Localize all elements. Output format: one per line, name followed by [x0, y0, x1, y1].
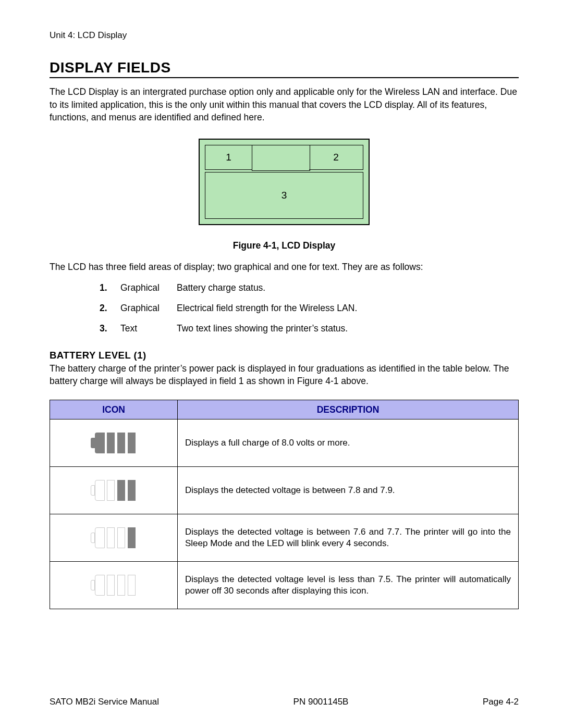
- field-desc: Electrical field strength for the Wirele…: [177, 303, 519, 314]
- th-desc: DESCRIPTION: [178, 400, 519, 419]
- field-num: 1.: [100, 282, 120, 293]
- footer-pn: PN 9001145B: [159, 697, 483, 707]
- fields-intro: The LCD has three field areas of display…: [50, 261, 519, 274]
- field-list: 1. Graphical Battery charge status. 2. G…: [100, 282, 519, 334]
- battery-section-title: BATTERY LEVEL (1): [50, 350, 519, 361]
- lcd-diagram-wrap: 1 2 3: [50, 139, 519, 228]
- field-desc: Two text lines showing the printer’s sta…: [177, 323, 519, 334]
- field-num: 3.: [100, 323, 120, 334]
- table-row: Displays the detected voltage level is l…: [50, 562, 519, 609]
- desc-cell: Displays a full charge of 8.0 volts or m…: [178, 419, 519, 467]
- desc-cell: Displays the detected voltage is between…: [178, 514, 519, 562]
- battery-1of3-icon: [91, 527, 137, 548]
- lcd-diagram: 1 2 3: [199, 139, 370, 225]
- page-footer: SATO MB2i Service Manual PN 9001145B Pag…: [50, 697, 519, 707]
- footer-page: Page 4-2: [483, 697, 519, 707]
- lcd-cell-mid: [252, 145, 310, 171]
- field-kind: Text: [120, 323, 177, 334]
- section-title: DISPLAY FIELDS: [50, 59, 519, 78]
- table-row: Displays the detected voltage is between…: [50, 467, 519, 514]
- battery-table: ICON DESCRIPTION Displays a full charge …: [50, 400, 519, 609]
- table-row: Displays a full charge of 8.0 volts or m…: [50, 419, 519, 467]
- battery-empty-icon: [91, 575, 137, 596]
- field-row-1: 1. Graphical Battery charge status.: [100, 282, 519, 293]
- footer-manual: SATO MB2i Service Manual: [50, 697, 159, 707]
- unit-header: Unit 4: LCD Display: [50, 30, 519, 41]
- desc-cell: Displays the detected voltage is between…: [178, 467, 519, 514]
- field-num: 2.: [100, 303, 120, 314]
- icon-cell: [50, 419, 178, 467]
- desc-cell: Displays the detected voltage level is l…: [178, 562, 519, 609]
- table-row: Displays the detected voltage is between…: [50, 514, 519, 562]
- field-desc: Battery charge status.: [177, 282, 519, 293]
- field-row-3: 3. Text Two text lines showing the print…: [100, 323, 519, 334]
- page: Unit 4: LCD Display DISPLAY FIELDS The L…: [0, 0, 563, 728]
- icon-cell: [50, 514, 178, 562]
- field-kind: Graphical: [120, 303, 177, 314]
- th-icon: ICON: [50, 400, 178, 419]
- battery-full-icon: [91, 433, 137, 453]
- icon-cell: [50, 467, 178, 514]
- icon-cell: [50, 562, 178, 609]
- field-row-2: 2. Graphical Electrical field strength f…: [100, 303, 519, 314]
- lcd-cell-3: 3: [205, 172, 363, 219]
- lcd-cell-1: 1: [205, 145, 252, 170]
- battery-intro: The battery charge of the printer’s powe…: [50, 362, 519, 387]
- figure-caption: Figure 4-1, LCD Display: [50, 240, 519, 251]
- field-kind: Graphical: [120, 282, 177, 293]
- battery-2of3-icon: [91, 480, 137, 501]
- lcd-cell-2: 2: [309, 145, 363, 170]
- intro-paragraph: The LCD Display is an intergrated purcha…: [50, 85, 519, 124]
